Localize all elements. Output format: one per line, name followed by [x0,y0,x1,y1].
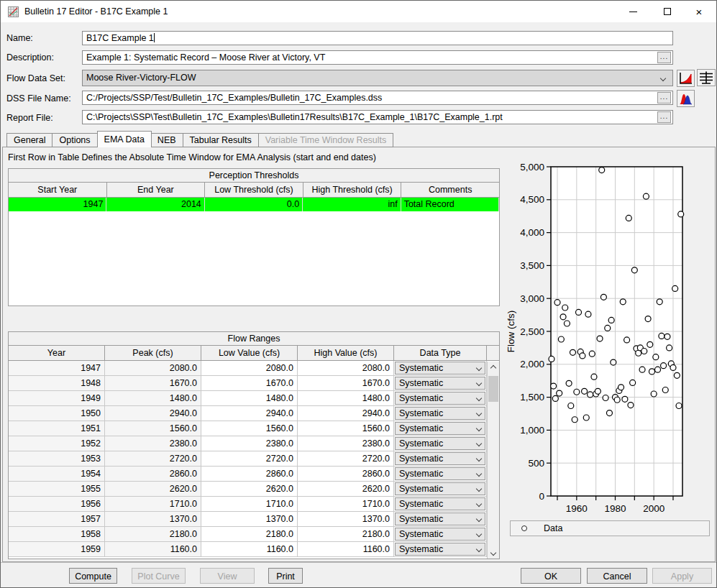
data-type-dropdown[interactable]: Systematic [395,467,485,480]
tab-options[interactable]: Options [52,133,97,147]
chevron-down-icon [476,365,482,371]
peak-cell: 2720.0 [105,451,201,467]
maximize-button[interactable] [655,1,680,22]
low-value-cell[interactable]: 2620.0 [201,482,298,497]
peak-cell: 1560.0 [105,421,201,436]
year-cell: 1948 [9,376,105,391]
high-value-cell[interactable]: 1560.0 [298,421,394,436]
flow-ranges-row: 19481670.01670.01670.0Systematic [9,376,499,391]
report-file-input[interactable]: C:\Projects\SSP\Test\Bulletin_17C_Exampl… [82,110,673,124]
low-threshold-cell[interactable]: 0.0 [205,198,303,211]
high-value-cell[interactable]: 2720.0 [298,451,394,467]
description-input[interactable]: Example 1: Systematic Record – Moose Riv… [82,50,673,65]
high-value-cell[interactable]: 1160.0 [298,542,394,557]
chevron-down-icon [476,380,482,386]
title-bar[interactable]: Bulletin 17 Editor - B17C Example 1 × [1,1,716,22]
low-value-cell[interactable]: 1670.0 [201,376,298,391]
high-value-cell[interactable]: 1480.0 [298,391,394,406]
data-type-value: Systematic [399,436,443,451]
comments-cell[interactable]: Total Record [401,198,499,211]
tab-ema-data[interactable]: EMA Data [97,131,152,147]
high-value-cell[interactable]: 2380.0 [298,436,394,451]
low-value-cell[interactable]: 1560.0 [201,421,298,436]
data-type-value: Systematic [399,467,443,481]
high-value-cell[interactable]: 1710.0 [298,497,394,512]
dss-file-input[interactable]: C:/Projects/SSP/Test/Bulletin_17C_Exampl… [82,91,673,105]
peak-cell: 1670.0 [105,376,201,391]
data-type-dropdown[interactable]: Systematic [395,497,485,510]
high-value-cell[interactable]: 2860.0 [298,467,394,482]
data-type-dropdown[interactable]: Systematic [395,543,485,556]
scrollbar-thumb[interactable] [488,376,498,402]
start-year-cell[interactable]: 1947 [9,198,106,211]
tab-strip: General Options EMA Data NEB Tabular Res… [6,131,393,147]
plot-data-button[interactable] [677,70,695,87]
distributions-icon [679,92,693,105]
data-type-cell: Systematic [394,436,487,451]
high-value-cell[interactable]: 2080.0 [298,361,394,376]
data-type-dropdown[interactable]: Systematic [395,392,485,405]
svg-text:3,000: 3,000 [520,293,544,304]
tab-neb[interactable]: NEB [151,133,183,147]
low-value-cell[interactable]: 1480.0 [201,391,298,406]
low-value-cell[interactable]: 1710.0 [201,497,298,512]
high-value-cell[interactable]: 1670.0 [298,376,394,391]
flow-ranges-row: 19552620.02620.02620.0Systematic [9,482,499,497]
low-value-cell[interactable]: 2940.0 [201,406,298,421]
data-type-dropdown[interactable]: Systematic [395,407,485,420]
tab-tabular-results[interactable]: Tabular Results [183,133,259,147]
flow-table-scrollbar[interactable] [487,362,499,559]
high-value-cell[interactable]: 2940.0 [298,406,394,421]
data-type-dropdown[interactable]: Systematic [395,422,485,435]
chevron-down-icon [476,486,482,492]
year-cell: 1949 [9,391,105,406]
tab-general[interactable]: General [6,133,52,147]
high-value-cell[interactable]: 2180.0 [298,527,394,542]
data-type-dropdown[interactable]: Systematic [395,362,485,375]
col-end-year: End Year [107,183,206,197]
high-value-cell[interactable]: 1370.0 [298,512,394,527]
flow-data-set-combobox[interactable]: Moose River-Victory-FLOW [82,70,673,86]
low-value-cell[interactable]: 2860.0 [201,467,298,482]
distribution-plot-button[interactable] [677,90,695,107]
low-value-cell[interactable]: 2180.0 [201,527,298,542]
data-type-cell: Systematic [394,482,487,497]
col-year: Year [9,346,105,360]
peak-cell: 2180.0 [105,527,201,542]
high-threshold-cell[interactable]: inf [303,198,401,211]
end-year-cell[interactable]: 2014 [106,198,204,211]
data-type-cell: Systematic [394,542,487,557]
window-title: Bulletin 17 Editor - B17C Example 1 [24,6,168,17]
data-type-value: Systematic [399,361,443,375]
scroll-up-button[interactable] [488,362,499,374]
low-value-cell[interactable]: 1370.0 [201,512,298,527]
close-button[interactable]: × [687,1,711,22]
minimize-button[interactable] [621,1,645,22]
tabulate-data-button[interactable] [697,69,716,86]
svg-text:Flow (cfs): Flow (cfs) [506,311,516,353]
description-browse-button[interactable]: ... [657,52,671,63]
compute-button[interactable]: Compute [69,568,117,584]
low-value-cell[interactable]: 1160.0 [201,542,298,557]
data-type-dropdown[interactable]: Systematic [395,377,485,390]
low-value-cell[interactable]: 2380.0 [201,436,298,451]
chart-legend: Data [510,520,710,536]
flow-ranges-row: 19582180.02180.02180.0Systematic [9,527,499,542]
perception-threshold-row-selected[interactable]: 1947 2014 0.0 inf Total Record [9,198,499,211]
print-button[interactable]: Print [268,568,303,584]
data-type-dropdown[interactable]: Systematic [395,482,485,495]
dss-file-browse-button[interactable]: ... [657,92,671,104]
report-file-browse-button[interactable]: ... [657,111,671,123]
scroll-down-button[interactable] [488,546,499,559]
ok-button[interactable]: OK [521,568,581,584]
data-type-dropdown[interactable]: Systematic [395,513,485,525]
high-value-cell[interactable]: 2620.0 [298,482,394,497]
cancel-button[interactable]: Cancel [587,568,647,584]
data-type-dropdown[interactable]: Systematic [395,452,485,465]
data-type-dropdown[interactable]: Systematic [395,437,485,450]
svg-text:3,500: 3,500 [520,260,544,271]
data-type-dropdown[interactable]: Systematic [395,528,485,541]
low-value-cell[interactable]: 2720.0 [201,451,298,467]
low-value-cell[interactable]: 2080.0 [201,361,298,376]
name-input[interactable]: B17C Example 1 [82,31,673,45]
